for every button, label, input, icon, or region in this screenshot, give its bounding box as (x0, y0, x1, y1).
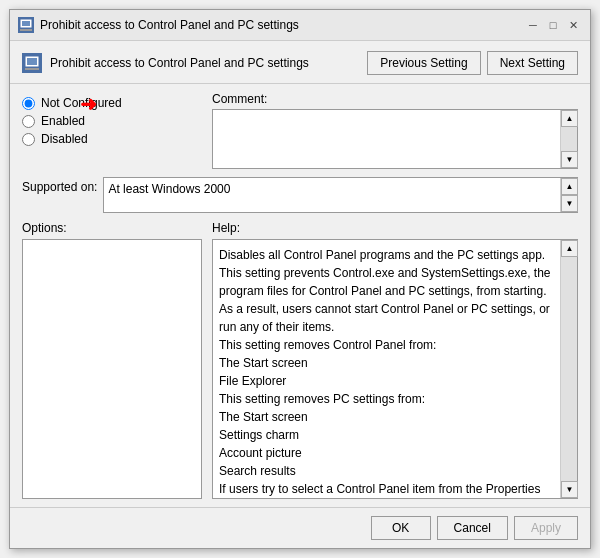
comment-scroll-down[interactable]: ▼ (561, 151, 578, 168)
options-help-section: Options: Help: Disables all Control Pane… (22, 221, 578, 499)
help-content: Disables all Control Panel programs and … (213, 240, 560, 498)
radio-enabled-input[interactable] (22, 115, 35, 128)
header-icon (22, 53, 42, 73)
ok-button[interactable]: OK (371, 516, 431, 540)
radio-disabled-label: Disabled (41, 132, 88, 146)
supported-box-wrapper: At least Windows 2000 ▲ ▼ (103, 177, 578, 213)
radio-not-configured[interactable]: Not Configured (22, 96, 202, 110)
help-p1: Disables all Control Panel programs and … (219, 246, 554, 264)
radio-disabled-input[interactable] (22, 133, 35, 146)
radio-enabled[interactable]: Enabled (22, 114, 202, 128)
help-box-wrapper: Disables all Control Panel programs and … (212, 239, 578, 499)
comment-scrollbar: ▲ ▼ (560, 110, 577, 168)
comment-scroll-up[interactable]: ▲ (561, 110, 578, 127)
dialog-icon (18, 17, 34, 33)
comment-input[interactable] (213, 110, 560, 168)
help-p5: If users try to select a Control Panel i… (219, 480, 554, 498)
supported-scroll-up[interactable]: ▲ (561, 178, 578, 195)
svg-rect-5 (25, 68, 39, 70)
help-scrollbar: ▲ ▼ (560, 240, 577, 498)
options-panel: Options: (22, 221, 202, 499)
previous-setting-button[interactable]: Previous Setting (367, 51, 480, 75)
title-controls: ─ □ ✕ (524, 16, 582, 34)
dialog-header-title: Prohibit access to Control Panel and PC … (22, 53, 309, 73)
help-p3: This setting removes Control Panel from:… (219, 336, 554, 390)
radio-not-configured-label: Not Configured (41, 96, 122, 110)
maximize-button[interactable]: □ (544, 16, 562, 34)
comment-box-wrapper: ▲ ▼ (212, 109, 578, 169)
radio-not-configured-input[interactable] (22, 97, 35, 110)
apply-button[interactable]: Apply (514, 516, 578, 540)
main-dialog: Prohibit access to Control Panel and PC … (9, 9, 591, 549)
top-section: ➜ Not Configured Enabled Disabled (22, 92, 578, 169)
nav-buttons: Previous Setting Next Setting (367, 51, 578, 75)
dialog-body: ➜ Not Configured Enabled Disabled (10, 84, 590, 507)
options-title: Options: (22, 221, 202, 235)
radio-group: ➜ Not Configured Enabled Disabled (22, 96, 202, 146)
next-setting-button[interactable]: Next Setting (487, 51, 578, 75)
help-p4: This setting removes PC settings from:Th… (219, 390, 554, 480)
title-text: Prohibit access to Control Panel and PC … (40, 18, 299, 32)
supported-scroll-down[interactable]: ▼ (561, 195, 578, 212)
radio-enabled-label: Enabled (41, 114, 85, 128)
supported-scrollbar: ▲ ▼ (560, 178, 577, 212)
comment-scroll-track (561, 127, 577, 151)
help-title: Help: (212, 221, 578, 235)
options-box (22, 239, 202, 499)
minimize-button[interactable]: ─ (524, 16, 542, 34)
left-panel: ➜ Not Configured Enabled Disabled (22, 92, 202, 169)
supported-value: At least Windows 2000 (104, 178, 560, 212)
supported-label: Supported on: (22, 177, 97, 194)
radio-disabled[interactable]: Disabled (22, 132, 202, 146)
help-panel: Help: Disables all Control Panel program… (212, 221, 578, 499)
dialog-header: Prohibit access to Control Panel and PC … (10, 41, 590, 84)
svg-rect-2 (20, 29, 32, 31)
dialog-footer: OK Cancel Apply (10, 507, 590, 548)
setting-title: Prohibit access to Control Panel and PC … (50, 56, 309, 70)
help-p2: This setting prevents Control.exe and Sy… (219, 264, 554, 336)
svg-rect-1 (22, 21, 30, 26)
title-bar-left: Prohibit access to Control Panel and PC … (18, 17, 299, 33)
supported-section: Supported on: At least Windows 2000 ▲ ▼ (22, 177, 578, 213)
help-scroll-down[interactable]: ▼ (561, 481, 578, 498)
svg-rect-4 (27, 58, 37, 65)
close-button[interactable]: ✕ (564, 16, 582, 34)
comment-label: Comment: (212, 92, 578, 106)
comment-section: Comment: ▲ ▼ (212, 92, 578, 169)
help-scroll-track (561, 257, 577, 481)
help-scroll-up[interactable]: ▲ (561, 240, 578, 257)
cancel-button[interactable]: Cancel (437, 516, 508, 540)
title-bar: Prohibit access to Control Panel and PC … (10, 10, 590, 41)
